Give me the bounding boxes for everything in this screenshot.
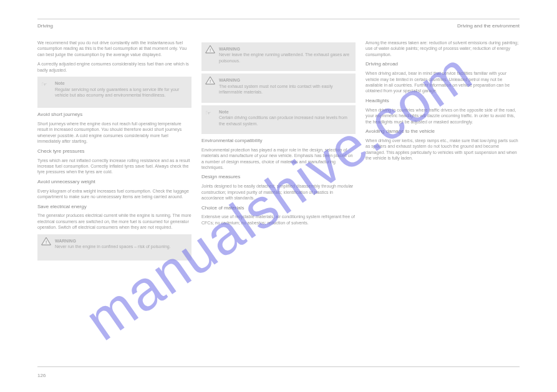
page-header: Driving Driving and the environment (37, 23, 520, 29)
body-text: The generator produces electrical curren… (37, 213, 191, 230)
warning-text: Never run the engine in confined spaces … (55, 244, 186, 249)
section-heading: Choice of materials (201, 205, 356, 212)
warning-label: WARNING (219, 47, 240, 51)
section-heading: Check tyre pressures (37, 148, 191, 155)
warning-callout: ! WARNING Never leave the engine running… (201, 42, 356, 71)
body-text: Among the measures taken are: reduction … (366, 40, 520, 57)
body-text: Extensive use of recyclable materials; a… (201, 214, 356, 226)
warning-text: The exhaust system must not come into co… (219, 84, 351, 95)
column-2: ! WARNING Never leave the engine running… (201, 40, 356, 263)
body-text: Joints designed to be easily detached; s… (201, 183, 356, 201)
body-text: Every kilogram of extra weight increases… (37, 188, 191, 200)
section-heading: Driving abroad (366, 61, 520, 68)
warning-callout: ! WARNING Never run the engine in confin… (37, 234, 191, 261)
warning-label: WARNING (219, 78, 240, 82)
svg-text:!: ! (210, 47, 211, 53)
header-right: Driving and the environment (457, 23, 520, 29)
body-text: When driving abroad, bear in mind that s… (366, 70, 520, 94)
section-heading: Environmental compatibility (201, 138, 356, 145)
top-divider (37, 19, 520, 19)
note-callout: ☞ Note Regular servicing not only guaran… (37, 77, 191, 108)
manual-page: Driving Driving and the environment We r… (0, 0, 557, 275)
section-heading: Save electrical energy (37, 204, 191, 211)
column-3: Among the measures taken are: reduction … (366, 40, 520, 263)
warning-triangle-icon: ! (205, 45, 215, 54)
svg-text:!: ! (46, 239, 47, 245)
hand-icon: ☞ (41, 80, 50, 86)
body-text: We recommend that you do not drive const… (37, 40, 191, 57)
page-number: 126 (37, 373, 46, 378)
content-columns: We recommend that you do not drive const… (37, 40, 520, 263)
note-text: Certain driving conditions can produce i… (219, 115, 351, 127)
body-text: When driving in countries where traffic … (366, 107, 520, 125)
body-text: Environmental protection has played a ma… (201, 147, 356, 171)
warning-triangle-icon: ! (41, 237, 51, 246)
svg-text:!: ! (210, 79, 211, 84)
hand-icon: ☞ (205, 108, 214, 115)
body-text: Short journeys where the engine does not… (37, 121, 191, 145)
warning-callout: ! WARNING The exhaust system must not co… (201, 74, 356, 102)
note-callout: ☞ Note Certain driving conditions can pr… (201, 105, 356, 134)
note-label: Note (55, 81, 65, 85)
body-text: Tyres which are not inflated correctly i… (37, 158, 191, 175)
section-heading: Avoid short journeys (37, 112, 191, 118)
section-heading: Avoiding damage to the vehicle (366, 128, 520, 135)
warning-label: WARNING (55, 239, 76, 243)
section-heading: Avoid unnecessary weight (37, 179, 191, 186)
warning-triangle-icon: ! (205, 76, 215, 85)
bottom-divider (37, 366, 520, 367)
column-1: We recommend that you do not drive const… (37, 40, 191, 263)
section-heading: Headlights (366, 98, 520, 105)
header-left: Driving (37, 23, 53, 29)
warning-text: Never leave the engine running unattende… (219, 52, 351, 64)
section-heading: Design measures (201, 174, 356, 181)
body-text: A correctly adjusted engine consumes con… (37, 61, 191, 73)
note-text: Regular servicing not only guarantees a … (55, 87, 186, 98)
note-label: Note (219, 110, 229, 114)
body-text: When driving over kerbs, steep ramps etc… (366, 138, 520, 161)
